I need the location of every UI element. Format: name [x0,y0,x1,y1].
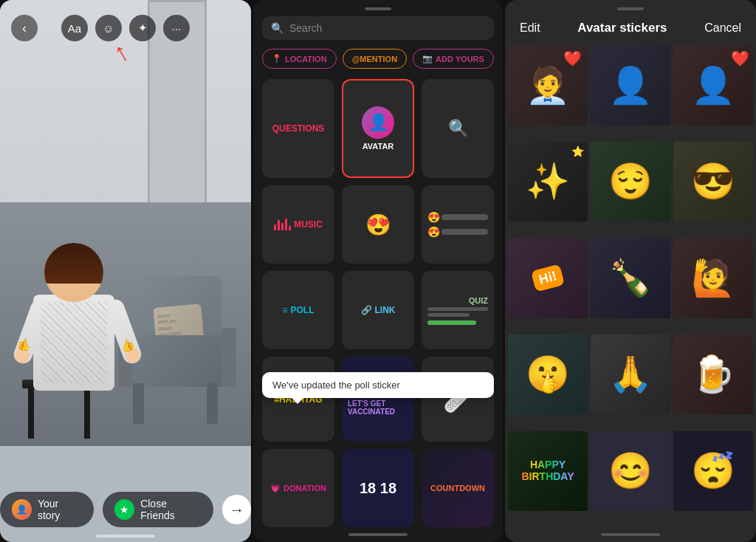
donation-sticker[interactable]: 💗 DONATION [262,449,334,527]
vaccinated-sticker[interactable]: 💜 LET'S GET VACCINATED [342,357,414,442]
avatar-sticker-sparkle[interactable]: ✨ ⭐ [508,142,588,222]
music-bars-icon [274,219,291,230]
bandaid-sticker[interactable]: 🩹 [422,357,494,442]
music-sticker[interactable]: MUSIC [262,185,334,264]
avatar-character [22,243,133,435]
emoji-sticker[interactable]: 😍 [342,185,414,264]
poll-sticker[interactable]: ≡ POLL [262,271,334,349]
avatar-sticker-hi[interactable]: Hi! [508,239,588,318]
equal-icon: ≡ [282,305,287,315]
avatar-sticker-shush[interactable]: 🤫 [508,335,588,414]
tooltip-text: We've updated the poll sticker [272,380,400,391]
avatar-sticker-grid: 🧑‍💼 ❤️ 👤 👤 ❤️ ✨ ⭐ 😌 😎 Hi! 🍾 🙋 [505,43,756,527]
link-sticker[interactable]: 🔗 LINK [342,271,414,349]
add-yours-tag[interactable]: 📷 ADD YOURS [413,49,494,69]
avatar-sticker-hearts[interactable]: 🧑‍💼 ❤️ [508,46,588,126]
camera-icon: 📷 [422,54,433,64]
avatar-sticker-cheers[interactable]: 🍺 [673,335,753,414]
mention-tag[interactable]: @MENTION [343,49,407,69]
search-icon: 🔍 [271,22,284,34]
countdown-sticker[interactable]: COUNTDOWN [422,449,494,527]
sparkle-tool-button[interactable]: ✦ [129,15,156,41]
avatar-preview: 👤 [362,106,394,139]
home-indicator [348,533,408,536]
avatar-sticker-smile[interactable]: 😊 [591,431,670,511]
more-tool-button[interactable]: ··· [163,15,190,41]
back-button[interactable]: ‹ [11,15,38,41]
quiz-sticker[interactable]: QUIZ [422,271,494,349]
search-sticker-cell[interactable]: 🔍 [422,79,494,178]
close-friends-label: Close Friends [140,498,202,521]
avatar-sticker-thumbs[interactable]: 👤 [591,46,670,126]
avatar-sticker-heart2[interactable]: 👤 ❤️ [673,46,753,126]
avatar-stickers-panel: Edit Avatar stickers Cancel 🧑‍💼 ❤️ 👤 👤 ❤… [505,0,756,542]
your-story-button[interactable]: 👤 Your story [0,492,94,527]
story-avatar-icon: 👤 [12,499,32,520]
story-bottom-bar: 👤 Your story ★ Close Friends → [0,492,251,527]
sticker-picker-panel: 🔍 Search 📍 LOCATION @MENTION 📷 ADD YOURS… [253,0,503,542]
avatar-stickers-header: Edit Avatar stickers Cancel [505,10,756,43]
home-indicator [96,535,155,538]
your-story-label: Your story [38,498,82,521]
countdown-time-sticker[interactable]: 18 18 [342,449,414,527]
text-tool-button[interactable]: Aa [61,15,88,41]
avatar-sticker-sunglasses[interactable]: 😎 [673,142,753,222]
panel-title: Avatar stickers [577,21,667,35]
sticker-tag-row: 📍 LOCATION @MENTION 📷 ADD YOURS [262,49,494,69]
poll-emoji-sticker[interactable]: 😍 😍 [422,185,494,264]
home-indicator [601,533,660,536]
poll-tooltip: We've updated the poll sticker [262,372,494,398]
close-friends-button[interactable]: ★ Close Friends [103,492,213,527]
link-icon: 🔗 [361,305,372,315]
cancel-button[interactable]: Cancel [704,21,741,35]
avatar-sticker[interactable]: 👤 AVATAR [342,79,414,178]
avatar-sticker-sleepy[interactable]: 😴 [673,431,753,511]
magnifier-icon: 🔍 [448,119,468,138]
edit-button[interactable]: Edit [520,21,540,35]
avatar-sticker-celebrate[interactable]: 🍾 [591,239,670,318]
donation-icon: 💗 [270,484,281,493]
avatar-sticker-prayer[interactable]: 🙏 [591,335,670,414]
sticker-search[interactable]: 🔍 Search [262,16,494,40]
story-camera-panel: dreamWish JoyBeautylove inspire [0,0,251,542]
avatar-sticker-wave[interactable]: 🙋 [673,239,753,318]
location-icon: 📍 [272,54,282,64]
close-friends-icon: ★ [114,499,134,520]
questions-sticker[interactable]: QUESTIONS [262,79,334,178]
search-placeholder: Search [289,22,322,34]
next-button[interactable]: → [222,495,251,524]
location-tag[interactable]: 📍 LOCATION [262,49,337,69]
avatar-sticker-wink[interactable]: 😌 [591,142,670,222]
camera-topbar: ‹ Aa ☺ ✦ ··· [0,15,251,41]
avatar-sticker-birthday[interactable]: HAPPYBIRTHDAY [508,431,588,511]
sticker-grid: QUESTIONS 👤 AVATAR 🔍 MUSIC 😍 [253,79,503,527]
drag-handle [365,7,391,10]
